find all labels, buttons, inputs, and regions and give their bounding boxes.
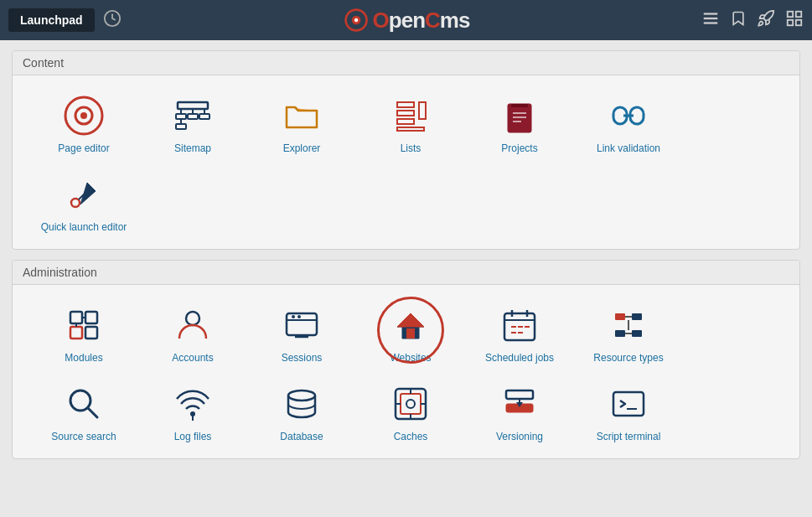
svg-point-74: [288, 390, 315, 401]
svg-rect-20: [199, 114, 209, 119]
app-modules[interactable]: Modules: [29, 293, 138, 372]
source-search-label: Source search: [51, 431, 116, 444]
versioning-label: Versioning: [496, 431, 543, 444]
svg-rect-52: [406, 328, 415, 339]
caches-label: Caches: [394, 431, 428, 444]
launchpad-button[interactable]: Launchpad: [8, 8, 95, 32]
projects-label: Projects: [501, 142, 537, 156]
quick-launch-label: Quick launch editor: [41, 221, 127, 235]
svg-rect-8: [796, 11, 801, 16]
link-validation-label: Link validation: [597, 142, 660, 156]
app-database[interactable]: Database: [247, 372, 356, 451]
svg-rect-66: [632, 330, 642, 337]
administration-section-title: Administration: [13, 261, 799, 285]
svg-rect-22: [176, 124, 186, 129]
svg-rect-63: [615, 313, 625, 320]
grid-icon[interactable]: [785, 9, 804, 32]
svg-rect-39: [85, 312, 97, 323]
accounts-icon: [171, 303, 215, 347]
app-scheduled-jobs[interactable]: Scheduled jobs: [465, 293, 574, 372]
log-files-icon: [171, 382, 215, 426]
page-editor-label: Page editor: [58, 142, 109, 156]
app-log-files[interactable]: Log files: [138, 372, 247, 451]
app-quick-launch[interactable]: Quick launch editor: [29, 163, 138, 241]
modules-icon: [62, 303, 106, 347]
logo-text: OpenCms: [373, 8, 470, 34]
app-websites[interactable]: Websites: [356, 293, 465, 372]
svg-rect-32: [513, 121, 521, 122]
app-caches[interactable]: Caches: [356, 372, 465, 451]
svg-rect-76: [401, 394, 421, 414]
svg-rect-31: [513, 116, 526, 118]
app-sessions[interactable]: Sessions: [247, 293, 356, 372]
app-explorer[interactable]: Explorer: [247, 84, 356, 163]
svg-rect-26: [397, 119, 414, 124]
svg-rect-25: [397, 111, 414, 116]
svg-point-44: [186, 312, 199, 325]
projects-icon: [498, 94, 541, 137]
svg-rect-41: [85, 327, 97, 339]
lists-icon: [389, 94, 432, 137]
caches-icon: [389, 382, 432, 426]
svg-point-47: [292, 315, 295, 318]
svg-marker-24: [419, 102, 426, 119]
bookmark-icon[interactable]: [730, 9, 747, 32]
svg-marker-51: [397, 313, 424, 339]
svg-rect-40: [70, 327, 82, 339]
logo: OpenCms: [343, 7, 470, 34]
svg-rect-82: [506, 390, 533, 399]
scheduled-jobs-icon: [498, 303, 541, 347]
page-editor-icon: [62, 94, 106, 137]
app-sitemap[interactable]: Sitemap: [138, 84, 247, 163]
svg-rect-30: [513, 112, 526, 114]
database-icon: [280, 382, 323, 426]
lists-label: Lists: [401, 142, 422, 156]
app-lists[interactable]: Lists: [356, 84, 465, 163]
app-link-validation[interactable]: Link validation: [574, 84, 683, 163]
svg-marker-53: [397, 313, 424, 327]
svg-rect-38: [70, 312, 82, 323]
app-resource-types[interactable]: Resource types: [574, 293, 683, 372]
app-page-editor[interactable]: Page editor: [29, 84, 138, 163]
websites-label: Websites: [390, 352, 431, 365]
svg-rect-65: [615, 330, 625, 337]
svg-rect-64: [632, 313, 642, 320]
source-search-icon: [62, 382, 106, 426]
app-source-search[interactable]: Source search: [29, 372, 138, 451]
resource-types-label: Resource types: [593, 352, 663, 365]
svg-rect-19: [188, 114, 198, 119]
menu-icon[interactable]: [701, 9, 720, 32]
svg-point-48: [297, 315, 301, 318]
app-script-terminal[interactable]: Script terminal: [574, 372, 683, 451]
header-actions: [701, 9, 804, 32]
sessions-icon: [280, 303, 323, 347]
versioning-icon: [498, 382, 541, 426]
content-section: Content Page editor: [12, 50, 800, 250]
history-icon[interactable]: [103, 9, 122, 32]
main-content: Content Page editor: [0, 40, 812, 479]
app-accounts[interactable]: Accounts: [138, 293, 247, 372]
app-versioning[interactable]: Versioning: [465, 372, 574, 451]
svg-point-77: [406, 400, 415, 408]
link-validation-icon: [607, 94, 650, 137]
accounts-label: Accounts: [172, 352, 213, 365]
svg-rect-18: [176, 114, 186, 119]
content-section-title: Content: [13, 51, 799, 75]
svg-rect-23: [397, 102, 414, 107]
app-projects[interactable]: Projects: [465, 84, 574, 163]
svg-point-36: [71, 199, 80, 207]
sitemap-label: Sitemap: [174, 142, 211, 156]
sessions-label: Sessions: [282, 352, 323, 365]
quick-launch-icon: [62, 173, 106, 216]
script-terminal-icon: [607, 382, 650, 426]
database-label: Database: [280, 431, 323, 444]
websites-icon: [389, 303, 432, 347]
svg-rect-29: [511, 104, 528, 107]
script-terminal-label: Script terminal: [597, 431, 661, 444]
resource-types-icon: [607, 303, 650, 347]
rocket-icon[interactable]: [757, 9, 775, 32]
explorer-label: Explorer: [283, 142, 321, 156]
svg-rect-27: [397, 127, 424, 131]
svg-point-13: [80, 112, 87, 119]
modules-label: Modules: [65, 352, 102, 365]
